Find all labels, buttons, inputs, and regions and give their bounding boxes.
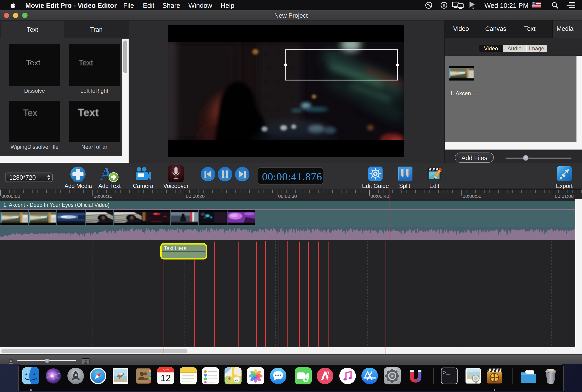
svg-text:3D: 3D: [235, 378, 238, 381]
svg-text:12: 12: [160, 373, 171, 383]
svg-text:>_: >_: [443, 370, 450, 376]
svg-text:DEC: DEC: [162, 368, 168, 372]
